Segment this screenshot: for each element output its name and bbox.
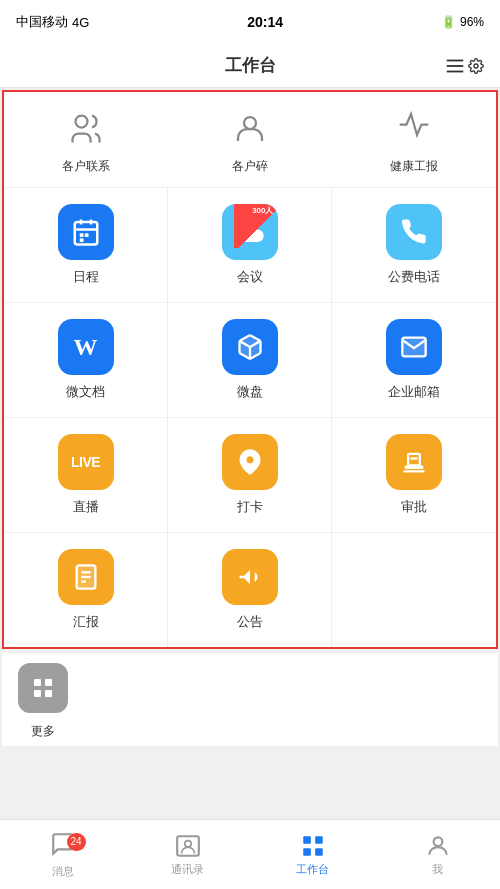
- svg-rect-11: [84, 233, 88, 237]
- status-left: 中国移动 4G: [16, 13, 89, 31]
- svg-rect-25: [34, 690, 41, 697]
- announce-icon: [222, 549, 278, 605]
- health-icon-wrapper: [389, 104, 439, 154]
- battery-label: 96%: [460, 15, 484, 29]
- nav-messages[interactable]: 24 消息: [0, 831, 125, 879]
- svg-rect-32: [315, 848, 323, 856]
- box-icon: [236, 333, 264, 361]
- customer-icon: [232, 111, 268, 147]
- grid-more-icon: [31, 676, 55, 700]
- nav-messages-label: 消息: [52, 864, 74, 879]
- health-icon: [396, 111, 432, 147]
- more-label: 更多: [31, 723, 55, 740]
- top-row: 各户联系 各户碎 健康工报: [4, 92, 496, 188]
- svg-rect-10: [79, 233, 83, 237]
- approve-label: 审批: [401, 498, 427, 516]
- svg-point-28: [184, 840, 191, 847]
- svg-point-14: [246, 456, 253, 463]
- meeting-badge: 300人: [252, 207, 273, 216]
- app-header: 工作台: [0, 44, 500, 88]
- person-icon: [425, 833, 451, 859]
- nav-messages-icon-container: 24: [50, 831, 76, 861]
- stamp-icon: [400, 448, 428, 476]
- announce-svg-icon: [236, 563, 264, 591]
- calendar-icon: [71, 217, 101, 247]
- svg-point-5: [244, 117, 256, 129]
- top-item-health[interactable]: 健康工报: [332, 100, 496, 179]
- contacts-nav-icon: [175, 833, 201, 859]
- phone-label: 公费电话: [388, 268, 440, 286]
- svg-rect-16: [408, 454, 420, 466]
- app-grid: 日程 300人 会议 公费电话: [4, 188, 496, 647]
- battery-icon: 🔋: [441, 15, 456, 29]
- contacts-icon-wrapper: [61, 104, 111, 154]
- grid-item-wdoc[interactable]: W 微文档: [4, 303, 168, 418]
- wdisk-icon: [222, 319, 278, 375]
- announce-label: 公告: [237, 613, 263, 631]
- svg-point-33: [433, 837, 442, 846]
- report-label: 汇报: [73, 613, 99, 631]
- schedule-icon: [58, 204, 114, 260]
- top-item-health-label: 健康工报: [390, 158, 438, 175]
- live-label: 直播: [73, 498, 99, 516]
- w-letter: W: [74, 334, 98, 361]
- status-time: 20:14: [247, 14, 283, 30]
- contacts-icon: [68, 111, 104, 147]
- grid-item-meeting[interactable]: 300人 会议: [168, 188, 332, 303]
- grid-item-checkin[interactable]: 打卡: [168, 418, 332, 533]
- grid-item-schedule[interactable]: 日程: [4, 188, 168, 303]
- more-icon: [18, 663, 68, 713]
- top-item-contacts[interactable]: 各户联系: [4, 100, 168, 179]
- live-text: LIVE: [71, 454, 100, 470]
- grid-item-email[interactable]: 企业邮箱: [332, 303, 496, 418]
- svg-rect-31: [303, 848, 311, 856]
- svg-rect-30: [315, 836, 323, 844]
- report-svg-icon: [72, 563, 100, 591]
- meeting-icon: 300人: [222, 204, 278, 260]
- grid-item-announce[interactable]: 公告: [168, 533, 332, 647]
- nav-contacts-label: 通讯录: [171, 862, 204, 877]
- svg-point-3: [474, 64, 478, 68]
- top-item-contacts-label: 各户联系: [62, 158, 110, 175]
- report-icon: [58, 549, 114, 605]
- svg-point-4: [76, 116, 88, 128]
- live-icon: LIVE: [58, 434, 114, 490]
- svg-rect-27: [177, 836, 199, 856]
- approve-icon: [386, 434, 442, 490]
- svg-rect-23: [34, 679, 41, 686]
- wdisk-label: 微盘: [237, 383, 263, 401]
- nav-profile-label: 我: [432, 862, 443, 877]
- checkin-label: 打卡: [237, 498, 263, 516]
- mail-icon: [400, 333, 428, 361]
- grid-item-live[interactable]: LIVE 直播: [4, 418, 168, 533]
- wdoc-icon: W: [58, 319, 114, 375]
- settings-gear-icon: [468, 58, 484, 74]
- grid-item-wdisk[interactable]: 微盘: [168, 303, 332, 418]
- top-item-customer[interactable]: 各户碎: [168, 100, 332, 179]
- bottom-nav: 24 消息 通讯录 工作台 我: [0, 819, 500, 889]
- nav-workbench[interactable]: 工作台: [250, 833, 375, 877]
- nav-contacts[interactable]: 通讯录: [125, 833, 250, 877]
- page-title: 工作台: [225, 54, 276, 77]
- status-right: 🔋 96%: [441, 15, 484, 29]
- settings-icon: [444, 55, 466, 77]
- svg-rect-29: [303, 836, 311, 844]
- email-icon: [386, 319, 442, 375]
- checkin-icon: [222, 434, 278, 490]
- schedule-label: 日程: [73, 268, 99, 286]
- grid-item-report[interactable]: 汇报: [4, 533, 168, 647]
- grid-nav-icon: [300, 833, 326, 859]
- wdoc-label: 微文档: [66, 383, 105, 401]
- main-content: 各户联系 各户碎 健康工报: [2, 90, 498, 649]
- more-button[interactable]: 更多: [18, 663, 68, 740]
- phone-icon: [386, 204, 442, 260]
- more-section: 更多: [2, 653, 498, 746]
- nav-profile[interactable]: 我: [375, 833, 500, 877]
- grid-item-phone[interactable]: 公费电话: [332, 188, 496, 303]
- location-icon: [236, 448, 264, 476]
- svg-rect-26: [45, 690, 52, 697]
- carrier-label: 中国移动: [16, 13, 68, 31]
- phone-svg-icon: [400, 218, 428, 246]
- grid-item-approve[interactable]: 审批: [332, 418, 496, 533]
- settings-button[interactable]: [444, 55, 484, 77]
